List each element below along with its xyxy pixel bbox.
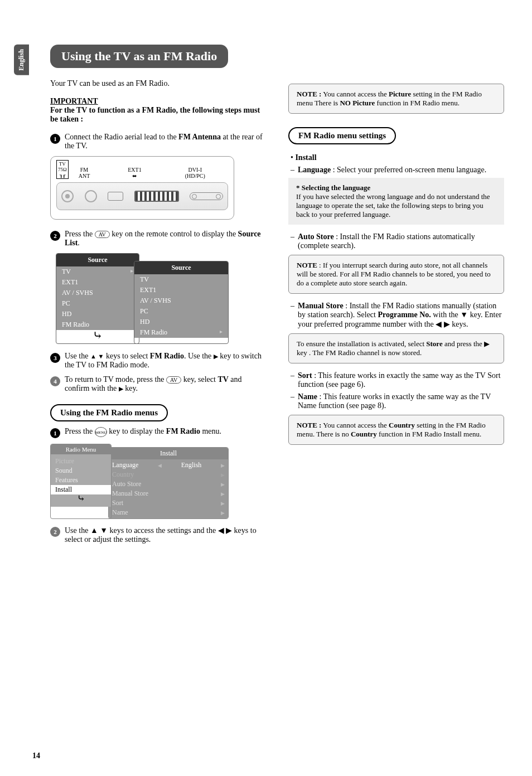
step-3: 3 Use the ▲ ▼ keys to select FM Radio. U…: [50, 352, 266, 370]
source-head: Source: [56, 254, 139, 266]
step-number-icon: 2: [50, 231, 60, 241]
note-picture-box: NOTE : You cannot access the Picture set…: [288, 84, 504, 114]
menu-item: Features: [55, 476, 107, 485]
port-icon: [108, 192, 123, 201]
install-bullet: • Install: [291, 153, 504, 162]
source-item: AV / SVHS: [56, 288, 139, 298]
step1-a: Connect the Radio aerial lead to the: [65, 133, 178, 141]
step-number-icon: 2: [50, 527, 60, 537]
step-1: 1 Connect the Radio aerial lead to the F…: [50, 133, 266, 151]
sort-item: Sort : This feature works in exactly the…: [291, 371, 504, 389]
source-item: HD: [56, 309, 139, 319]
important-text: For the TV to function as a FM Radio, th…: [50, 106, 266, 124]
source-item: EXT1: [56, 277, 139, 288]
step-2: 2 Press the AV key on the remote control…: [50, 230, 266, 248]
source-list-illustration: Source TV EXT1 AV / SVHS PC HD FM Radio …: [56, 253, 234, 344]
radio-menu-head: Radio Menu: [51, 444, 111, 454]
install-head: Install: [109, 448, 228, 459]
selecting-language-box: * Selecting the language If you have sel…: [288, 178, 504, 225]
menu-item: Sound: [55, 466, 107, 476]
page-title: Using the TV as an FM Radio: [50, 45, 228, 68]
fm-radio-menus-head: Using the FM Radio menus: [50, 404, 168, 421]
fm-settings-head: FM Radio menu settings: [288, 127, 396, 144]
name-item: Name : This feature works in exactly the…: [291, 392, 504, 410]
source-item: TV: [56, 266, 139, 277]
step-number-icon: 1: [50, 428, 60, 438]
important-head: IMPORTANT: [50, 97, 98, 105]
av-key-icon: AV: [95, 231, 110, 238]
manual-store-item: Manual Store : Install the FM Radio stat…: [291, 302, 504, 329]
t: key on the remote control to display the: [110, 230, 238, 238]
important-block: IMPORTANT For the TV to function as a FM…: [50, 97, 266, 124]
auto-store-item: Auto Store : Install the FM Radio statio…: [291, 232, 504, 250]
store-confirm-box: To ensure the installation is activated,…: [288, 333, 504, 363]
step-number-icon: 3: [50, 353, 60, 363]
port-icon: [85, 190, 97, 202]
menu-item: Picture: [55, 457, 107, 466]
source-item: AV / SVHS: [134, 295, 228, 306]
menus-step-2: 2 Use the ▲ ▼ keys to access the setting…: [50, 526, 266, 544]
return-arrow-icon: ⤷: [93, 328, 103, 343]
step1-b: FM Antenna: [178, 133, 221, 141]
radio-menu-illustration: Radio Menu Picture Sound Features Instal…: [50, 444, 229, 519]
source-item: TV: [134, 274, 228, 285]
source-item: PC: [134, 306, 228, 317]
t: Press the: [65, 230, 95, 238]
source-item: FM Radio: [134, 327, 228, 338]
language-item: Language : Select your preferred on-scre…: [291, 166, 504, 174]
step-number-icon: 4: [50, 376, 60, 386]
menus-step-1: 1 Press the MENU key to display the FM R…: [50, 427, 266, 438]
source-head: Source: [134, 261, 228, 274]
source-item: PC: [56, 298, 139, 309]
menu-key-icon: MENU: [95, 427, 107, 437]
source-item: HD: [134, 317, 228, 327]
page-number: 14: [32, 751, 40, 760]
note-country-box: NOTE : You cannot access the Country set…: [288, 415, 504, 445]
step-number-icon: 1: [50, 134, 60, 144]
rear-panel-illustration: TV75Ω┒┎ FMANT EXT1⬌ DVI-I(HD/PC): [50, 156, 234, 220]
intro-text: Your TV can be used as an FM Radio.: [50, 79, 266, 88]
return-arrow-icon: ⤷: [77, 492, 85, 505]
av-key-icon: AV: [166, 376, 181, 384]
port-icon: [61, 190, 74, 202]
source-item: EXT1: [134, 285, 228, 295]
note-autostore-box: NOTE : If you interrupt search during au…: [288, 255, 504, 294]
step-4: 4 To return to TV mode, press the AV key…: [50, 375, 266, 393]
scart-port-icon: [134, 191, 179, 202]
lang-tab: English: [14, 45, 29, 75]
dvi-port-icon: [190, 192, 223, 200]
